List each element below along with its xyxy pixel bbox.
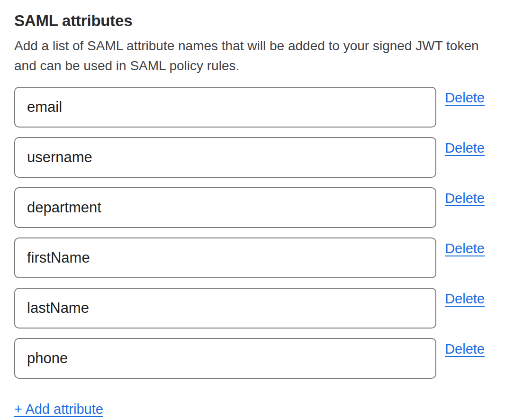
attribute-row: Delete xyxy=(14,338,485,379)
attribute-name-input[interactable] xyxy=(14,137,436,178)
attribute-name-input[interactable] xyxy=(14,288,436,329)
delete-attribute-link[interactable]: Delete xyxy=(445,90,485,106)
delete-attribute-link[interactable]: Delete xyxy=(445,291,485,307)
attribute-name-input[interactable] xyxy=(14,338,436,379)
add-attribute-link[interactable]: + Add attribute xyxy=(14,402,103,417)
attribute-row: Delete xyxy=(14,187,485,228)
attribute-row: Delete xyxy=(14,237,485,278)
delete-attribute-link[interactable]: Delete xyxy=(445,341,485,357)
attribute-name-input[interactable] xyxy=(14,237,436,278)
attribute-row: Delete xyxy=(14,288,485,329)
saml-attributes-section: SAML attributes Add a list of SAML attri… xyxy=(14,11,485,417)
attribute-name-input[interactable] xyxy=(14,187,436,228)
attribute-row: Delete xyxy=(14,137,485,178)
section-title: SAML attributes xyxy=(14,11,485,30)
delete-attribute-link[interactable]: Delete xyxy=(445,140,485,156)
delete-attribute-link[interactable]: Delete xyxy=(445,241,485,256)
delete-attribute-link[interactable]: Delete xyxy=(445,191,485,206)
section-description: Add a list of SAML attribute names that … xyxy=(14,36,485,76)
attribute-list: DeleteDeleteDeleteDeleteDeleteDelete xyxy=(14,87,485,379)
attribute-row: Delete xyxy=(14,87,485,128)
attribute-name-input[interactable] xyxy=(14,87,436,128)
